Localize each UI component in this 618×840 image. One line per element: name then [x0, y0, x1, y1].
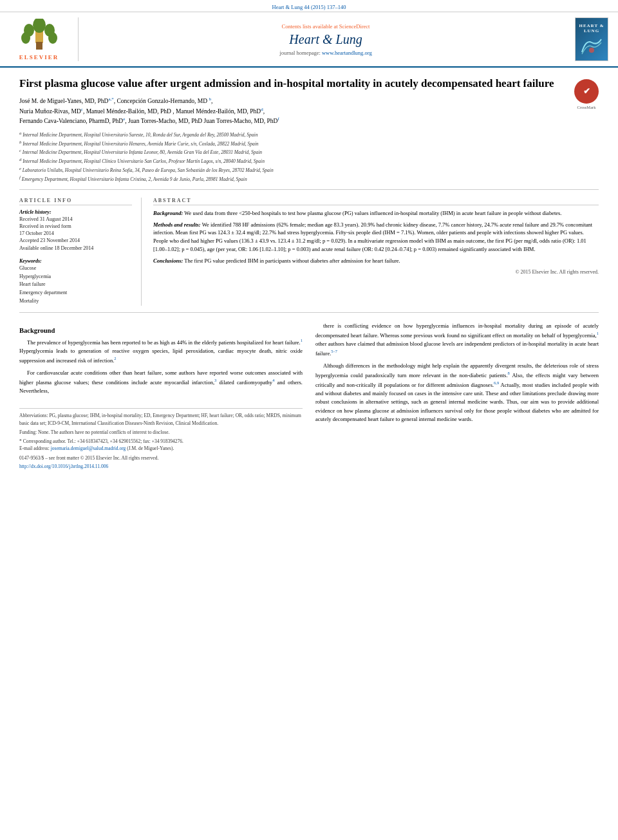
- keywords-label: Keywords:: [19, 258, 132, 264]
- abbreviations-footnote: Abbreviations: PG, plasma glucose; IHM, …: [19, 412, 303, 427]
- main-content: First plasma glucose value after urgent …: [0, 68, 618, 478]
- methods-label: Methods and results:: [153, 221, 201, 228]
- keyword-hyperglycemia: Hyperglycemia: [19, 273, 132, 281]
- body-para-3: there is conflicting evidence on how hyp…: [315, 322, 599, 358]
- abstract-methods: Methods and results: We identified 788 H…: [153, 221, 599, 254]
- background-content: We used data from three <250-bed hospita…: [184, 210, 561, 216]
- received-date: Received 31 August 2014: [19, 216, 132, 223]
- accepted-date: Accepted 23 November 2014: [19, 237, 132, 244]
- abstract-text: Background: We used data from three <250…: [153, 209, 599, 277]
- conclusions-label: Conclusions:: [153, 257, 183, 264]
- body-para-1: The prevalence of hyperglycemia has been…: [19, 337, 303, 365]
- article-title-section: First plasma glucose value after urgent …: [19, 77, 599, 190]
- issn-line: 0147-9563/$ – see front matter © 2015 El…: [19, 455, 303, 461]
- ref-1: 1: [301, 338, 303, 342]
- author-4-sup: d: [261, 107, 263, 112]
- journal-header: ELSEVIER Contents lists available at Sci…: [0, 12, 618, 68]
- ref-5-7: 5–7: [331, 349, 337, 353]
- keyword-mortality: Mortality: [19, 297, 132, 306]
- svg-point-7: [589, 48, 594, 53]
- crossmark-badge-container[interactable]: ✔ CrossMark: [574, 79, 599, 109]
- body-para-2: For cardiovascular acute conditions othe…: [19, 369, 303, 395]
- abstract-heading: ABSTRACT: [153, 198, 599, 205]
- author-6-sup: f: [277, 117, 279, 122]
- author-email-link[interactable]: josemaria.demiguel@salud.madrid.org: [51, 445, 126, 451]
- crossmark-icon: ✔: [574, 79, 599, 104]
- affiliations: a Internal Medicine Department, Hospital…: [19, 129, 568, 183]
- crossmark-label: CrossMark: [577, 105, 596, 109]
- elsevier-tree-graphic: [16, 19, 62, 52]
- article-history-label: Article history:: [19, 209, 132, 215]
- methods-content: We identified 788 HF admissions (62% fem…: [153, 221, 592, 252]
- affil-a: a Internal Medicine Department, Hospital…: [19, 132, 258, 138]
- abstract-background: Background: We used data from three <250…: [153, 209, 599, 218]
- keyword-emergency-dept: Emergency department: [19, 289, 132, 297]
- affil-c: c Internal Medicine Department, Hospital…: [19, 149, 262, 155]
- svg-point-1: [33, 19, 46, 33]
- abstract-conclusions: Conclusions: The first PG value predicte…: [153, 257, 599, 265]
- keywords-list: Glucose Hyperglycemia Heart failure Emer…: [19, 265, 132, 306]
- ref-8: 8: [508, 371, 510, 375]
- doi-link[interactable]: http://dx.doi.org/10.1016/j.hrtlng.2014.…: [19, 463, 303, 469]
- abstract-column: ABSTRACT Background: We used data from t…: [153, 198, 599, 306]
- copyright-line: © 2015 Elsevier Inc. All rights reserved…: [153, 268, 599, 276]
- sciencedirect-link[interactable]: Contents lists available at ScienceDirec…: [282, 23, 370, 30]
- journal-title: Heart & Lung: [289, 32, 362, 47]
- ref-2: 2: [114, 356, 116, 360]
- footnotes-section: Abbreviations: PG, plasma glucose; IHM, …: [19, 408, 303, 469]
- journal-homepage: journal homepage: www.heartandlung.org: [279, 50, 371, 56]
- sciencedirect-prefix: Contents lists available at: [282, 23, 339, 30]
- elsevier-logo: ELSEVIER: [8, 17, 79, 61]
- author-6: Juan Torres-Macho, MD, PhD: [203, 118, 277, 124]
- affil-f: f Emergency Department, Hospital Univers…: [19, 176, 247, 182]
- svg-rect-6: [36, 42, 42, 50]
- body-right-column: there is conflicting evidence on how hyp…: [315, 322, 599, 469]
- affil-b: b Internal Medicine Department, Hospital…: [19, 141, 259, 147]
- affil-e: e Laboratorio Unilabs, Hospital Universi…: [19, 167, 274, 173]
- conclusions-content: The first PG value predicted IHM in part…: [184, 257, 400, 264]
- svg-point-4: [21, 32, 30, 44]
- keyword-heart-failure: Heart failure: [19, 281, 132, 289]
- article-title-text: First plasma glucose value after urgent …: [19, 77, 568, 183]
- article-info-heading: ARTICLE INFO: [19, 198, 132, 205]
- article-title: First plasma glucose value after urgent …: [19, 77, 568, 91]
- body-para-4: Although differences in the methodology …: [315, 362, 599, 424]
- ref-6-9: 6,9: [494, 380, 499, 385]
- affil-d: d Internal Medicine Department, Hospital…: [19, 158, 265, 164]
- corresponding-footnote: * Corresponding author. Tel.: +34 618347…: [19, 438, 303, 445]
- ref-4: 4: [272, 378, 274, 382]
- ref-3: 3: [214, 378, 216, 382]
- ref-1b: 1: [597, 331, 599, 335]
- article-info-abstract-section: ARTICLE INFO Article history: Received 3…: [19, 198, 599, 313]
- author-5: Fernando Cava-Valenciano, PharmD, PhD: [19, 118, 123, 124]
- keyword-glucose: Glucose: [19, 265, 132, 273]
- journal-cover-image: HEART & LUNG: [573, 17, 610, 61]
- available-online-date: Available online 18 December 2014: [19, 245, 132, 252]
- sciencedirect-label: ScienceDirect: [339, 23, 370, 30]
- journal-cover-thumbnail: HEART & LUNG: [575, 17, 608, 61]
- background-section-heading: Background: [19, 327, 303, 334]
- journal-center: Contents lists available at ScienceDirec…: [86, 17, 565, 61]
- funding-footnote: Funding: None. The authors have no poten…: [19, 429, 303, 436]
- journal-citation: Heart & Lung 44 (2015) 137–140: [272, 4, 346, 10]
- received-revised-date: 17 October 2014: [19, 230, 132, 237]
- svg-point-5: [48, 32, 57, 44]
- elsevier-brand-text: ELSEVIER: [19, 54, 59, 61]
- body-text: Background The prevalence of hyperglycem…: [19, 322, 599, 469]
- authors: José M. de Miguel-Yanes, MD, PhDa,*, Con…: [19, 96, 568, 126]
- author-1-sup: a,*: [108, 97, 113, 102]
- author-3: Nuria Muñoz-Rivas, MD: [19, 108, 81, 115]
- received-revised-label: Received in revised form: [19, 223, 132, 230]
- author-1: José M. de Miguel-Yanes, MD, PhD: [19, 98, 108, 104]
- article-info-column: ARTICLE INFO Article history: Received 3…: [19, 198, 142, 306]
- background-label: Background:: [153, 210, 183, 216]
- journal-top-bar: Heart & Lung 44 (2015) 137–140: [0, 0, 618, 12]
- body-left-column: Background The prevalence of hyperglycem…: [19, 322, 303, 469]
- email-footnote: E-mail address: josemaria.demiguel@salud…: [19, 445, 303, 452]
